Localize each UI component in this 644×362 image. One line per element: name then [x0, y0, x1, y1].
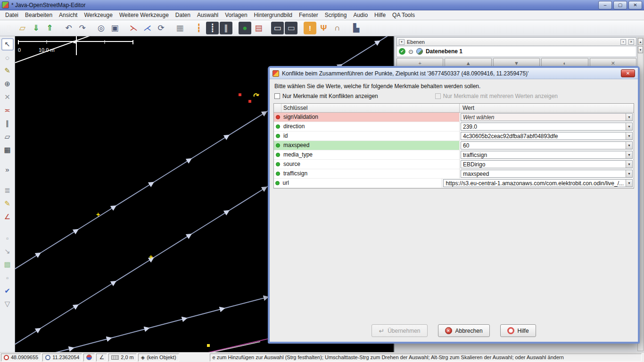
table-row[interactable]: direction 239.0 ▾	[274, 122, 634, 132]
table-row[interactable]: media_type trafficsign ▾	[274, 150, 634, 160]
table-row[interactable]: source EBDirigo ▾	[274, 160, 634, 169]
menu-item[interactable]: Fenster	[296, 11, 322, 19]
open-file-icon[interactable]: ▱	[16, 22, 29, 34]
zoom-rect-tool[interactable]: ⊕	[1, 78, 14, 90]
contours-tool[interactable]: ≣	[1, 184, 14, 197]
annotate-tool[interactable]: ✎	[1, 197, 14, 210]
redo-icon[interactable]: ↷	[76, 22, 89, 34]
scroll-up-icon[interactable]: ▲	[638, 38, 643, 45]
draw-way-tool[interactable]: ✎	[1, 65, 14, 77]
value-combobox[interactable]: Wert wählen ▾	[461, 113, 633, 121]
grid-tool[interactable]: ▦	[1, 144, 14, 156]
car-icon[interactable]: ▭	[271, 22, 284, 34]
menu-item[interactable]: Ansicht	[56, 11, 81, 19]
column-header-value[interactable]: Wert	[460, 104, 634, 112]
chevron-down-icon[interactable]: ▾	[626, 132, 632, 140]
bus-icon[interactable]: ▭	[285, 22, 297, 34]
download-icon[interactable]: ⇓	[30, 22, 42, 34]
cancel-button[interactable]: ✕ Abbrechen	[438, 324, 490, 337]
value-combobox[interactable]: maxspeed ▾	[461, 170, 633, 178]
menu-item[interactable]: Werkzeuge	[81, 11, 116, 19]
road-lanes-icon[interactable]: ∥	[220, 22, 232, 34]
new-file-icon[interactable]: ▯	[2, 22, 15, 34]
close-button[interactable]: ✕	[628, 1, 642, 9]
lasso-tool[interactable]: ◌	[1, 51, 14, 64]
upload-icon[interactable]: ⇑	[43, 22, 56, 34]
table-row[interactable]: maxspeed 60 ▾	[274, 141, 634, 150]
undo-icon[interactable]: ↶	[62, 22, 75, 34]
bridge-icon[interactable]: ∩	[331, 22, 344, 34]
layer-row[interactable]: ✔ ⊙ Datenebene 1	[396, 46, 636, 57]
chevron-down-icon[interactable]: ▾	[626, 123, 632, 130]
value-combobox[interactable]: 4c30605b2ceac92dfba87abf04893dfe ▾	[461, 132, 633, 140]
terracer-tool[interactable]: ▩	[1, 258, 14, 271]
checkbox-icon[interactable]	[274, 93, 280, 99]
value-combobox[interactable]: 60 ▾	[461, 141, 633, 149]
dialog-title-bar[interactable]: Konflikte beim Zusammenführen der Punkte…	[270, 68, 638, 79]
merge-ways-icon[interactable]: ⋋	[127, 22, 140, 34]
screen-icon[interactable]: ▣	[108, 22, 121, 34]
filter-tool[interactable]: ▽	[1, 298, 14, 310]
column-header-key[interactable]: Schlüssel	[281, 104, 460, 112]
value-combobox[interactable]: 239.0 ▾	[461, 123, 633, 131]
value-combobox[interactable]: EBDirigo ▾	[461, 160, 633, 168]
parallel-way-tool[interactable]: ∥	[1, 117, 14, 130]
fast-forward-tool[interactable]: »	[1, 163, 14, 175]
join-ways-icon[interactable]: ⋌	[141, 22, 154, 34]
panel-close-icon[interactable]: ✕	[628, 39, 634, 45]
zoom-icon[interactable]: ◎	[95, 22, 107, 34]
restaurant-icon[interactable]: Ψ	[317, 22, 330, 34]
table-row[interactable]: trafficsign maxspeed ▾	[274, 169, 634, 179]
extrude-tool[interactable]: ▱	[1, 131, 14, 143]
maximize-button[interactable]: ▢	[613, 1, 627, 9]
menu-item[interactable]: Auswahl	[194, 11, 222, 19]
menu-item[interactable]: Weitere Werkzeuge	[116, 11, 172, 19]
dialog-close-button[interactable]: ✕	[621, 69, 635, 77]
chevron-down-icon[interactable]: ▾	[626, 180, 632, 187]
value-combobox[interactable]: https://s3.eu-central-1.amazonaws.com/co…	[443, 179, 633, 187]
chevron-down-icon[interactable]: ▾	[626, 151, 632, 158]
warning-icon[interactable]: !	[304, 22, 316, 34]
collapse-icon[interactable]: ▾	[399, 39, 405, 45]
menu-item[interactable]: Hintergrundbild	[251, 11, 296, 19]
delete-tool[interactable]: ✕	[1, 91, 14, 103]
help-button[interactable]: Hilfe	[500, 324, 536, 337]
menu-item[interactable]: Vorlagen	[222, 11, 250, 19]
utility-tool-2[interactable]: ↘	[1, 245, 14, 257]
road-dashes-icon[interactable]: ┋	[206, 22, 219, 34]
chevron-down-icon[interactable]: ▾	[626, 142, 632, 149]
menu-item[interactable]: Bearbeiten	[22, 11, 56, 19]
imagery-grid-icon[interactable]: ▦	[173, 22, 186, 34]
menu-item[interactable]: Hilfe	[371, 11, 389, 19]
minimize-button[interactable]: –	[598, 1, 612, 9]
table-row[interactable]: id 4c30605b2ceac92dfba87abf04893dfe ▾	[274, 132, 634, 141]
layer-visibility-eye-icon[interactable]: ⊙	[408, 48, 413, 55]
chevron-down-icon[interactable]: ▾	[626, 114, 632, 121]
cancel-icon: ✕	[445, 327, 452, 334]
value-combobox[interactable]: trafficsign ▾	[461, 151, 633, 159]
refresh-icon[interactable]: ⟳	[155, 22, 167, 34]
measure-angle-tool[interactable]: ∠	[1, 211, 14, 223]
table-row[interactable]: signValidation Wert wählen ▾	[274, 113, 634, 122]
traffic-light-icon[interactable]: ●	[239, 22, 251, 34]
table-row[interactable]: url https://s3.eu-central-1.amazonaws.co…	[274, 179, 634, 188]
chevron-down-icon[interactable]: ▾	[626, 161, 632, 168]
select-tool[interactable]: ↖	[1, 38, 14, 50]
shortcuts-tool[interactable]: ≍	[1, 104, 14, 116]
lane-marking-icon[interactable]: ┇	[192, 22, 205, 34]
menu-item[interactable]: Datei	[2, 11, 22, 19]
layer-active-check-icon[interactable]: ✔	[399, 48, 405, 55]
menu-item[interactable]: Audio	[350, 11, 371, 19]
snap-tool[interactable]: ▫	[1, 272, 14, 284]
validate-tool[interactable]: ✔	[1, 285, 14, 297]
brick-wall-icon[interactable]: ▤	[252, 22, 265, 34]
scroll-down-icon[interactable]: ▼	[638, 46, 643, 53]
chevron-down-icon[interactable]: ▾	[626, 170, 632, 177]
chart-icon[interactable]: ▙	[350, 22, 363, 34]
filter-conflicts-checkbox[interactable]: Nur Merkmale mit Konflikten anzeigen	[274, 93, 378, 99]
menu-item[interactable]: Daten	[172, 11, 194, 19]
utility-tool-1[interactable]: ▫	[1, 232, 14, 244]
menu-item[interactable]: Scripting	[322, 11, 350, 19]
menu-item[interactable]: QA Tools	[389, 11, 418, 19]
pin-icon[interactable]: ▪	[620, 39, 626, 45]
